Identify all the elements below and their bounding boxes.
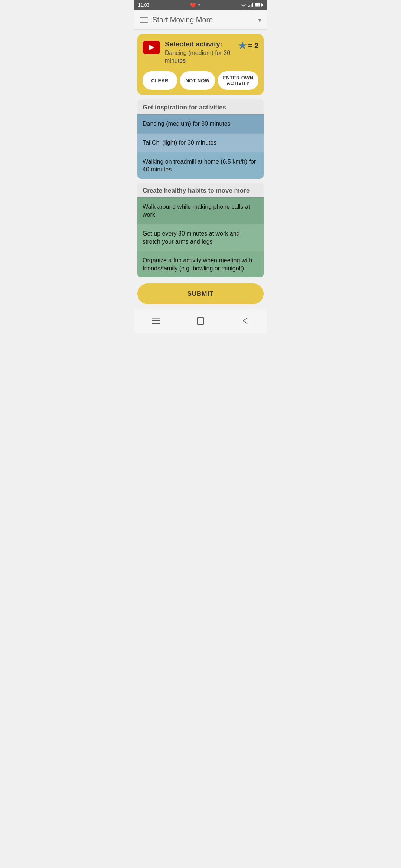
list-item[interactable]: Walk around while making phone calls at … [137,197,264,224]
inspiration-section-header: Get inspiration for activities [137,99,264,114]
star-rating: ★ = 2 [238,40,258,52]
svg-rect-2 [251,4,252,7]
youtube-icon[interactable] [143,41,160,54]
signal-icon [248,3,253,8]
facebook-icon: f [198,3,200,8]
wifi-icon [241,3,247,8]
menu-button[interactable] [140,17,148,23]
activity-label: Selected activity: [165,40,238,49]
activity-card: Selected activity: Dancing (medium) for … [137,34,264,95]
page-title: Start Moving More [152,16,254,24]
svg-rect-3 [252,3,253,7]
activity-buttons: CLEAR NOT NOW ENTER OWN ACTIVITY [143,71,258,90]
enter-own-activity-button[interactable]: ENTER OWN ACTIVITY [218,71,259,90]
app-header: Start Moving More ▾ [134,10,267,30]
nav-menu-button[interactable] [149,313,163,328]
nav-back-button[interactable] [238,313,252,328]
svg-rect-10 [197,318,204,324]
list-item[interactable]: Get up every 30 minutes at work and stre… [137,224,264,251]
habits-section: Create healthy habits to move more Walk … [137,183,264,278]
not-now-button[interactable]: NOT NOW [180,71,215,90]
inspiration-section: Get inspiration for activities Dancing (… [137,99,264,178]
activity-description: Dancing (medium) for 30 minutes [165,49,238,65]
nav-bar [134,309,267,333]
svg-rect-7 [152,318,160,319]
star-value: = 2 [248,42,258,50]
dropdown-icon[interactable]: ▾ [258,16,261,24]
star-icon: ★ [238,40,247,52]
svg-rect-6 [262,4,263,6]
list-item[interactable]: Dancing (medium) for 30 minutes [137,114,264,133]
list-item[interactable]: Walking on treadmill at home (6.5 km/h) … [137,152,264,179]
battery-icon [255,3,263,8]
svg-rect-1 [250,5,251,7]
nav-home-button[interactable] [193,313,208,328]
list-item[interactable]: Tai Chi (light) for 30 minutes [137,133,264,152]
list-item[interactable]: Organize a fun activity when meeting wit… [137,251,264,277]
svg-rect-5 [255,3,260,6]
clear-button[interactable]: CLEAR [143,71,177,90]
heart-app-icon: ❤️ [190,3,196,8]
submit-area: SUBMIT [134,277,267,309]
svg-rect-0 [248,6,249,7]
status-bar: 11:03 ❤️ f [134,0,267,10]
time-display: 11:03 [138,3,149,8]
svg-rect-8 [152,320,160,322]
submit-button[interactable]: SUBMIT [137,283,264,304]
habits-section-header: Create healthy habits to move more [137,183,264,197]
svg-rect-9 [152,323,160,324]
